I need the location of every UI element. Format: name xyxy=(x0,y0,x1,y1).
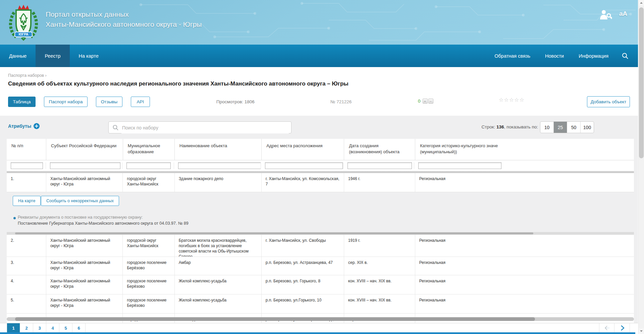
star-icon[interactable]: ☆ xyxy=(509,97,514,103)
tab-table[interactable]: Таблица xyxy=(8,97,36,107)
site-header: ЮГРА Портал открытых данных Ханты-Мансий… xyxy=(0,0,638,45)
site-title-line1: Портал открытых данных xyxy=(46,9,202,19)
login-icon[interactable] xyxy=(599,9,612,20)
tab-dataset-passport[interactable]: Паспорт набора xyxy=(44,97,88,107)
cell-municipality: городской округ Ханты-Мансийск xyxy=(123,235,174,257)
star-icon[interactable]: ☆ xyxy=(504,97,509,103)
tab-reviews[interactable]: Отзывы xyxy=(96,97,122,107)
report-incorrect-data-button[interactable]: Сообщить о некорректных данных xyxy=(41,196,119,206)
table-row-4[interactable]: 4. Ханты-Мансийский автономный округ - Ю… xyxy=(7,275,634,294)
filter-input-category[interactable] xyxy=(418,162,501,169)
cell-subject: Ханты-Мансийский автономный округ - Югра xyxy=(46,275,123,294)
nav-item-dannye[interactable]: Данные xyxy=(0,45,36,67)
column-header-address[interactable]: Адрес места расположения xyxy=(262,139,344,160)
page-vertical-scrollbar[interactable] xyxy=(638,0,644,334)
scroll-up-button[interactable] xyxy=(639,0,644,6)
column-header-date[interactable]: Дата создания (возникновения) объекта xyxy=(344,139,415,160)
nav-item-news[interactable]: Новости xyxy=(538,45,571,67)
vote-down-button[interactable]: − xyxy=(428,99,433,104)
filter-input-num[interactable] xyxy=(11,162,43,169)
page-size-25[interactable]: 25 xyxy=(554,122,567,133)
page-button-6[interactable]: 6 xyxy=(72,323,86,333)
bullet-icon xyxy=(13,217,16,219)
table-row-5[interactable]: 5. Ханты-Мансийский автономный округ - Ю… xyxy=(7,294,634,314)
add-object-button[interactable]: Добавить объект xyxy=(587,96,630,107)
nav-item-info[interactable]: Информация xyxy=(571,45,616,67)
prev-page-button[interactable] xyxy=(599,323,614,333)
add-attribute-icon[interactable] xyxy=(34,123,40,129)
nav-item-label: На карте xyxy=(79,53,99,59)
cell-date: кон. XVIII – нач. XIX вв. xyxy=(344,275,415,294)
star-icon[interactable]: ☆ xyxy=(514,97,519,103)
page-size-100[interactable]: 100 xyxy=(581,122,594,133)
filter-input-name[interactable] xyxy=(178,162,261,169)
filter-input-date[interactable] xyxy=(347,162,412,169)
breadcrumb-link[interactable]: Паспорта наборов xyxy=(8,73,44,78)
site-title: Портал открытых данных Ханты-Мансийского… xyxy=(46,9,202,30)
column-header-name[interactable]: Наименование объекта xyxy=(175,139,262,160)
page-button-1[interactable]: 1 xyxy=(7,323,20,333)
filter-input-address[interactable] xyxy=(265,162,343,169)
filter-input-subject[interactable] xyxy=(50,162,120,169)
cell-name: Здание пожарного депо xyxy=(175,173,262,192)
search-icon xyxy=(622,53,629,59)
filter-cell xyxy=(414,162,634,169)
cell-municipality: городское поселение Берёзово xyxy=(123,294,174,313)
rows-info-suffix: , показывать по: xyxy=(504,124,538,129)
votes-count: 0 xyxy=(418,99,421,104)
dataset-section: Атрибуты Строк: 136, показывать по: 10 2… xyxy=(0,116,638,323)
page-numbers: 1 2 3 4 5 6 xyxy=(7,323,86,333)
vote-up-button[interactable]: + xyxy=(423,99,428,104)
column-header-label: Субъект Российской Федерации xyxy=(51,143,116,149)
filter-input-municipality[interactable] xyxy=(126,162,171,169)
nav-item-label: Обратная связь xyxy=(494,53,530,59)
attributes-control[interactable]: Атрибуты xyxy=(8,123,40,129)
cell-category: Региональная xyxy=(415,173,634,192)
views-counter: Просмотров: 1806 xyxy=(216,99,255,104)
tab-api[interactable]: API xyxy=(131,97,150,107)
page-button-5[interactable]: 5 xyxy=(59,323,72,333)
page-button-2[interactable]: 2 xyxy=(20,323,33,333)
star-icon[interactable]: ☆ xyxy=(499,97,504,103)
table-row-1[interactable]: 1. Ханты-Мансийский автономный округ - Ю… xyxy=(7,173,634,192)
search-input[interactable] xyxy=(121,122,289,133)
page-size-10[interactable]: 10 xyxy=(540,122,554,133)
table-row-3[interactable]: 3. Ханты-Мансийский автономный округ - Ю… xyxy=(7,257,634,275)
page-button-4[interactable]: 4 xyxy=(46,323,59,333)
on-map-button[interactable]: На карте xyxy=(13,196,41,206)
svg-text:ЮГРА: ЮГРА xyxy=(19,33,29,36)
table-horizontal-scrollbar-thumb[interactable] xyxy=(15,317,535,321)
font-size-control[interactable]: аА xyxy=(619,10,627,17)
vertical-scrollbar-thumb[interactable] xyxy=(639,7,644,158)
scroll-down-button[interactable] xyxy=(639,328,644,334)
column-header-subject[interactable]: Субъект Российской Федерации xyxy=(46,139,123,160)
rows-info-prefix: Строк: xyxy=(482,124,496,129)
data-table: № п/п Субъект Российской Федерации Муниц… xyxy=(7,139,634,323)
cell-num: 2. xyxy=(7,235,46,257)
next-page-button[interactable] xyxy=(614,323,630,333)
nav-item-feedback[interactable]: Обратная связь xyxy=(487,45,538,67)
cell-date: 1919 г. xyxy=(344,235,415,257)
filter-cell xyxy=(122,162,174,169)
column-header-label: Наименование объекта xyxy=(179,143,227,149)
column-header-municipality[interactable]: Муниципальное образование xyxy=(123,139,175,160)
column-header-category[interactable]: Категория историко-культурного значе (му… xyxy=(415,139,634,160)
column-header-num[interactable]: № п/п xyxy=(7,139,46,160)
cell-address: р.п. Березово, ул. Горького, 8 xyxy=(262,275,344,294)
cell-subject: Ханты-Мансийский автономный округ - Югра xyxy=(46,235,123,257)
cell-name: Жилой комплекс-усадьба xyxy=(175,275,262,294)
nav-search-button[interactable] xyxy=(616,45,638,67)
cell-municipality: городское поселение Берёзово xyxy=(123,275,174,294)
table-row-2[interactable]: 2. Ханты-Мансийский автономный округ - Ю… xyxy=(7,235,634,257)
page-size-50[interactable]: 50 xyxy=(567,122,581,133)
nav-item-reestr[interactable]: Реестр xyxy=(36,45,69,67)
nav-item-na-karte[interactable]: На карте xyxy=(70,45,108,67)
scrollbar-thumb[interactable] xyxy=(15,232,533,234)
cell-category: Региональная xyxy=(415,235,634,257)
star-icon[interactable]: ☆ xyxy=(519,97,524,103)
coat-of-arms-logo[interactable]: ЮГРА xyxy=(7,3,40,41)
nav-item-label: Новости xyxy=(545,53,564,59)
page-button-3[interactable]: 3 xyxy=(33,323,46,333)
rating-stars[interactable]: ☆☆☆☆☆ xyxy=(499,97,525,103)
expanded-row-details: На карте Сообщить о некорректных данных … xyxy=(7,192,634,232)
